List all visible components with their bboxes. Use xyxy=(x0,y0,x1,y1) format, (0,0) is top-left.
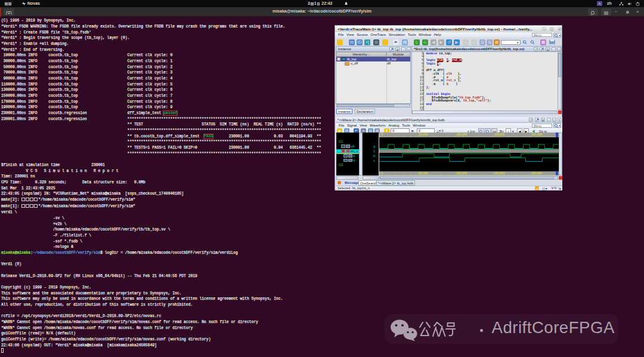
svg-text:50,000: 50,000 xyxy=(419,171,428,175)
svg-text:200,000: 200,000 xyxy=(531,133,542,136)
svg-text:200,000: 200,000 xyxy=(531,171,542,175)
svg-text:150,000: 150,000 xyxy=(494,133,504,136)
svg-text:150,000: 150,000 xyxy=(494,171,504,175)
svg-text:100,000: 100,000 xyxy=(456,133,467,136)
svg-text:0: 0 xyxy=(381,171,383,175)
svg-text:0: 0 xyxy=(381,133,383,136)
svg-text:100,000: 100,000 xyxy=(456,171,467,175)
svg-text:50,000: 50,000 xyxy=(419,133,428,136)
